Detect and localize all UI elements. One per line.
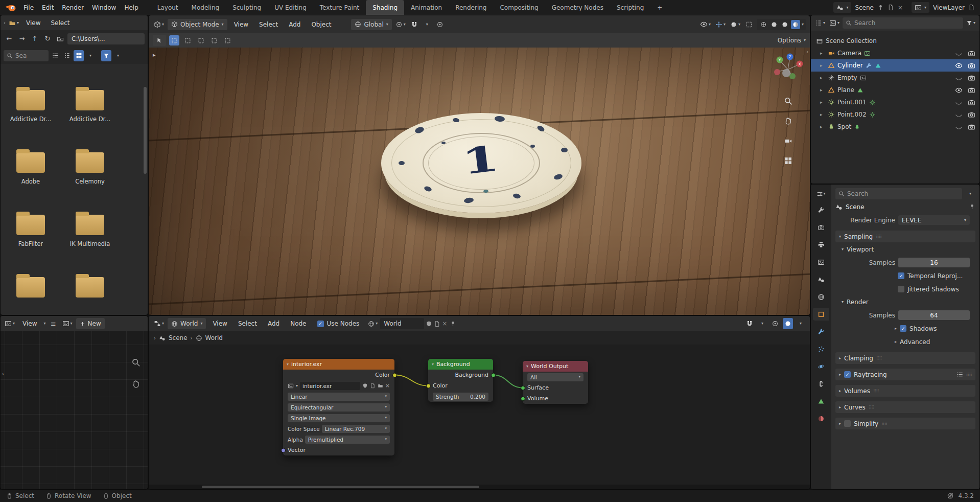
overlays-dropdown[interactable]: ▾	[796, 318, 806, 329]
unlink-image-icon[interactable]: ×	[385, 382, 390, 389]
volume-input-socket[interactable]	[521, 396, 525, 401]
select-mode-intersect-button[interactable]	[222, 35, 232, 45]
folder-item[interactable]: Addictive Dr...	[63, 90, 117, 123]
drag-grip-icon[interactable]: ⠿⠿	[876, 234, 881, 239]
section-raytracing[interactable]: ▸ Raytracing ⠿⠿	[835, 369, 975, 380]
section-volumes[interactable]: ▸ Volumes ⠿⠿	[835, 385, 975, 397]
filter-toggle-button[interactable]	[101, 50, 111, 61]
navigation-gizmo[interactable]: Z Y X	[771, 52, 805, 85]
hide-eye-icon[interactable]	[955, 74, 963, 82]
shading-rendered-button[interactable]	[791, 20, 800, 29]
overlays-toggle-button[interactable]	[783, 318, 793, 329]
node-header[interactable]: ▾ Background	[428, 359, 493, 370]
advanced-subpanel[interactable]: ▸ Advanced	[895, 338, 930, 346]
tab-object-data[interactable]	[813, 395, 829, 407]
editor-type-selector[interactable]: ▾	[4, 318, 16, 329]
vp-menu-add[interactable]: Add	[285, 21, 305, 28]
disable-render-icon[interactable]	[968, 74, 975, 82]
imged-menu-view[interactable]: View	[18, 320, 41, 327]
menu-window[interactable]: Window	[88, 4, 120, 11]
visibility-dropdown[interactable]: ▾	[699, 19, 712, 30]
select-mode-extend-button[interactable]	[182, 35, 193, 45]
strength-slider[interactable]: Strength 0.200	[433, 393, 488, 401]
image-editor-canvas[interactable]: ›	[1, 331, 148, 489]
unlink-scene-icon[interactable]: ×	[898, 4, 903, 11]
tab-view-layer[interactable]	[813, 256, 829, 268]
ceramic-chip-object[interactable]: 1	[381, 113, 581, 213]
tab-modeling[interactable]: Modeling	[185, 0, 226, 15]
tab-rendering[interactable]: Rendering	[449, 0, 493, 15]
target-dropdown[interactable]: All▾	[527, 373, 584, 381]
projection-dropdown[interactable]: Equirectangular▾	[288, 403, 390, 412]
expand-icon[interactable]: ▸	[820, 100, 825, 105]
collapse-icon[interactable]: ▾	[287, 362, 289, 367]
tab-animation[interactable]: Animation	[404, 0, 449, 15]
tab-constraints[interactable]	[813, 377, 829, 390]
disable-render-icon[interactable]	[968, 123, 975, 131]
hide-eye-icon[interactable]	[955, 50, 963, 57]
browse-world-button[interactable]: ▾	[367, 318, 379, 329]
refresh-button[interactable]: ↻	[42, 33, 53, 44]
tab-tool[interactable]	[813, 203, 829, 216]
snap-settings-dropdown[interactable]: ▾	[757, 318, 767, 329]
node-canvas-scrollbar[interactable]	[149, 485, 810, 489]
render-engine-dropdown[interactable]: EEVEE ▾	[898, 215, 970, 225]
pivot-point-dropdown[interactable]: ▾	[394, 19, 407, 30]
view-layer-name[interactable]: ViewLayer	[933, 4, 965, 11]
up-button[interactable]: ↑	[29, 33, 40, 44]
breadcrumb-world[interactable]: World	[205, 334, 223, 341]
snap-toggle-button[interactable]	[409, 19, 419, 30]
subsection-render[interactable]: ▾ Render	[835, 296, 975, 308]
collapse-icon[interactable]: ▾	[526, 364, 528, 369]
folder-item[interactable]: FabFilter	[4, 215, 58, 247]
outliner-row-empty[interactable]: ▸ Empty	[811, 72, 979, 84]
outliner-row-point-002[interactable]: ▸ Point.002	[811, 108, 979, 121]
path-field[interactable]: C:\Users\...	[67, 33, 145, 44]
tab-scene[interactable]	[813, 273, 829, 286]
drag-grip-icon[interactable]: ⠿⠿	[881, 421, 887, 426]
fake-user-shield-icon[interactable]	[426, 321, 432, 327]
xray-toggle-button[interactable]	[744, 19, 754, 30]
shading-material-button[interactable]	[780, 20, 789, 29]
folder-item[interactable]: Celemony	[63, 152, 117, 185]
tab-uv-editing[interactable]: UV Editing	[268, 0, 313, 15]
tab-scripting[interactable]: Scripting	[610, 0, 650, 15]
folder-item[interactable]: Addictive Dr...	[4, 90, 58, 123]
file-browser-scrollbar[interactable]	[144, 87, 147, 174]
tab-geometry-nodes[interactable]: Geometry Nodes	[545, 0, 610, 15]
vector-input-socket[interactable]	[281, 448, 286, 452]
hide-eye-icon[interactable]	[955, 62, 963, 70]
region-expand-icon[interactable]: ›	[154, 335, 156, 341]
tab-physics[interactable]	[813, 360, 829, 373]
display-vertical-list-button[interactable]	[50, 50, 60, 61]
display-horizontal-list-button[interactable]	[62, 50, 72, 61]
properties-filter-dropdown[interactable]: ▾	[965, 188, 975, 199]
outliner-row-spot[interactable]: ▸ Spot	[811, 121, 979, 133]
new-scene-icon[interactable]	[888, 4, 894, 11]
fb-menu-view[interactable]: View	[22, 19, 44, 27]
tab-output[interactable]	[813, 238, 829, 251]
select-mode-subtract-button[interactable]	[196, 35, 206, 45]
editor-type-selector[interactable]: ▾	[153, 318, 165, 329]
expand-icon[interactable]: ▸	[820, 51, 825, 56]
new-image-button[interactable]: New	[76, 318, 105, 329]
menu-edit[interactable]: Edit	[38, 4, 58, 11]
folder-item[interactable]: Adobe	[4, 152, 58, 185]
source-dropdown[interactable]: Single Image▾	[288, 414, 390, 422]
new-view-layer-icon[interactable]	[968, 4, 975, 11]
subsection-viewport[interactable]: ▾ Viewport	[835, 244, 975, 255]
tab-particles[interactable]	[813, 343, 829, 355]
region-expand-icon[interactable]: ›	[4, 20, 6, 26]
display-thumbnails-button[interactable]	[74, 50, 84, 61]
outliner-row-scene-collection[interactable]: Scene Collection	[811, 35, 979, 47]
vp-menu-view[interactable]: View	[230, 21, 252, 28]
transform-orientation-dropdown[interactable]: Global ▾	[351, 19, 391, 30]
vp-menu-object[interactable]: Object	[307, 21, 335, 28]
simplify-checkbox[interactable]	[844, 420, 851, 427]
pin-icon[interactable]	[877, 4, 884, 11]
region-expand-icon[interactable]: ›	[2, 371, 4, 377]
temporal-checkbox[interactable]	[898, 272, 904, 279]
image-browse-button[interactable]: ▾	[61, 318, 74, 329]
breadcrumb-scene[interactable]: Scene	[169, 334, 188, 341]
node-environment-texture[interactable]: ▾ interior.exr Color ▾ interior.exr ×	[283, 359, 394, 455]
